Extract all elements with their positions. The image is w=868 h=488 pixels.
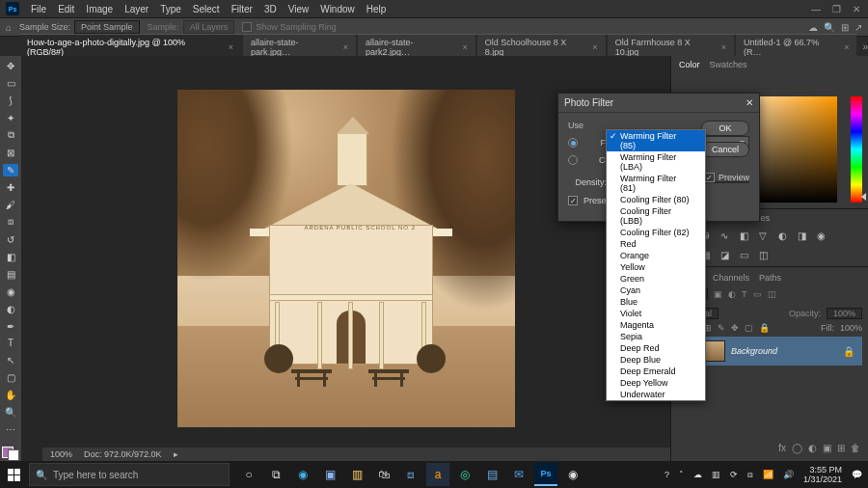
- amazon-icon[interactable]: a: [426, 463, 449, 486]
- photoshop-taskbar-icon[interactable]: Ps: [534, 463, 557, 486]
- filter-option[interactable]: Warming Filter (85): [607, 130, 705, 151]
- edit-toolbar-icon[interactable]: ⋯: [3, 423, 18, 436]
- notifications-icon[interactable]: 💬: [852, 470, 862, 479]
- app-icon-2[interactable]: ▤: [480, 463, 503, 486]
- tray-wifi-icon[interactable]: 📶: [763, 470, 773, 479]
- menu-3d[interactable]: 3D: [258, 2, 283, 16]
- exposure-icon[interactable]: ◧: [737, 229, 750, 242]
- gradient-tool-icon[interactable]: ▤: [3, 268, 18, 281]
- filter-option[interactable]: Deep Blue: [607, 354, 705, 366]
- filter-option[interactable]: Cooling Filter (LBB): [607, 205, 705, 227]
- foreground-background-swatch[interactable]: [2, 447, 19, 461]
- lock-pixels-icon[interactable]: ✎: [718, 323, 725, 333]
- sample-dropdown[interactable]: All Layers: [183, 20, 235, 34]
- menu-edit[interactable]: Edit: [52, 2, 80, 16]
- workspace-icon[interactable]: ⊞: [841, 22, 849, 33]
- new-layer-icon[interactable]: ⊞: [837, 443, 845, 453]
- type-tool-icon[interactable]: T: [3, 338, 18, 350]
- tab-swatches[interactable]: Swatches: [710, 60, 747, 69]
- stamp-tool-icon[interactable]: ⧇: [3, 216, 18, 229]
- close-icon[interactable]: ×: [229, 42, 233, 52]
- filter-radio[interactable]: [568, 138, 578, 148]
- menu-image[interactable]: Image: [80, 2, 119, 16]
- window-minimize-icon[interactable]: —: [811, 4, 821, 14]
- filter-option[interactable]: Deep Yellow: [607, 377, 705, 389]
- preview-checkbox[interactable]: [705, 173, 715, 182]
- menu-help[interactable]: Help: [361, 2, 393, 16]
- lock-icon[interactable]: 🔒: [759, 323, 770, 333]
- filter-option[interactable]: Yellow: [607, 261, 705, 273]
- zoom-value[interactable]: 100%: [50, 449, 72, 459]
- dodge-tool-icon[interactable]: ◐: [3, 303, 18, 315]
- layer-filter-adjust-icon[interactable]: ◐: [728, 289, 736, 299]
- photo-filter-icon[interactable]: ◉: [814, 229, 827, 242]
- vibrance-icon[interactable]: ▽: [756, 229, 770, 242]
- edge-icon[interactable]: ◉: [291, 463, 314, 486]
- filter-option[interactable]: Violet: [607, 308, 705, 319]
- layer-filter-smart-icon[interactable]: ◫: [768, 289, 776, 299]
- mail-icon[interactable]: ✉: [507, 463, 530, 486]
- lasso-tool-icon[interactable]: ⟆: [3, 95, 18, 107]
- delete-layer-icon[interactable]: 🗑: [851, 443, 860, 453]
- menu-layer[interactable]: Layer: [119, 2, 154, 16]
- menu-file[interactable]: File: [25, 2, 52, 16]
- lock-icon[interactable]: 🔒: [843, 346, 858, 357]
- close-icon[interactable]: ×: [343, 42, 348, 52]
- filter-option[interactable]: Red: [607, 238, 705, 250]
- eyedropper-tool-icon[interactable]: ✎: [3, 164, 18, 176]
- taskbar-search[interactable]: 🔍 Type here to search: [29, 463, 230, 486]
- layer-filter-type-icon[interactable]: T: [742, 289, 747, 299]
- close-icon[interactable]: ×: [844, 42, 849, 52]
- tab-paths[interactable]: Paths: [759, 273, 781, 283]
- cortana-icon[interactable]: ○: [237, 463, 260, 486]
- close-icon[interactable]: ×: [592, 42, 597, 52]
- tray-volume-icon[interactable]: 🔊: [783, 470, 794, 479]
- chrome-icon[interactable]: ◉: [561, 463, 584, 486]
- filter-option[interactable]: Cooling Filter (82): [607, 227, 705, 238]
- lock-artboard-icon[interactable]: ▢: [745, 323, 753, 333]
- tab-channels[interactable]: Channels: [713, 273, 749, 283]
- eraser-tool-icon[interactable]: ◧: [3, 251, 18, 263]
- move-tool-icon[interactable]: ✥: [3, 60, 18, 72]
- pen-tool-icon[interactable]: ✒: [3, 320, 18, 333]
- history-brush-icon[interactable]: ↺: [3, 233, 18, 246]
- fill-value[interactable]: 100%: [840, 323, 862, 333]
- color-radio[interactable]: [568, 155, 578, 165]
- close-icon[interactable]: ×: [721, 42, 726, 52]
- status-arrow-icon[interactable]: ▸: [174, 449, 178, 459]
- blur-tool-icon[interactable]: ◉: [3, 285, 18, 298]
- filter-option[interactable]: Blue: [607, 296, 705, 308]
- window-close-icon[interactable]: ✕: [853, 4, 860, 14]
- show-ring-checkbox[interactable]: [242, 22, 252, 32]
- filter-option[interactable]: Magenta: [607, 319, 705, 331]
- menu-view[interactable]: View: [283, 2, 315, 16]
- tray-cloud-icon[interactable]: ☁: [693, 470, 702, 479]
- fx-icon[interactable]: fx: [778, 443, 786, 453]
- heal-tool-icon[interactable]: ✚: [3, 181, 18, 194]
- hue-slider[interactable]: [851, 96, 862, 203]
- explorer-icon[interactable]: ▥: [345, 463, 368, 486]
- tripadvisor-icon[interactable]: ◎: [453, 463, 476, 486]
- store-icon[interactable]: 🛍: [372, 463, 395, 486]
- home-icon[interactable]: ⌂: [6, 22, 12, 33]
- tray-dropbox-icon[interactable]: ⧈: [747, 470, 753, 480]
- start-button[interactable]: [0, 461, 27, 488]
- dropbox-icon[interactable]: ⧈: [399, 463, 422, 486]
- filter-option[interactable]: Warming Filter (81): [607, 173, 705, 194]
- hand-tool-icon[interactable]: ✋: [3, 389, 18, 401]
- selective-color-icon[interactable]: ◫: [756, 248, 770, 261]
- sample-size-dropdown[interactable]: Point Sample: [74, 20, 140, 34]
- close-icon[interactable]: ✕: [746, 97, 753, 108]
- menu-type[interactable]: Type: [154, 2, 187, 16]
- filter-option[interactable]: Deep Emerald: [607, 366, 705, 377]
- preserve-luminosity-checkbox[interactable]: [568, 196, 578, 205]
- share-icon[interactable]: ↗: [854, 22, 862, 33]
- tabs-overflow-icon[interactable]: »: [862, 41, 868, 52]
- wand-tool-icon[interactable]: ✦: [3, 112, 18, 124]
- layer-filter-shape-icon[interactable]: ▭: [753, 289, 762, 299]
- tray-overflow-icon[interactable]: ˄: [679, 470, 684, 479]
- bw-icon[interactable]: ◨: [795, 229, 808, 242]
- gradient-map-icon[interactable]: ▭: [737, 248, 750, 261]
- app-icon-1[interactable]: ▣: [318, 463, 341, 486]
- curves-icon[interactable]: ∿: [718, 229, 731, 242]
